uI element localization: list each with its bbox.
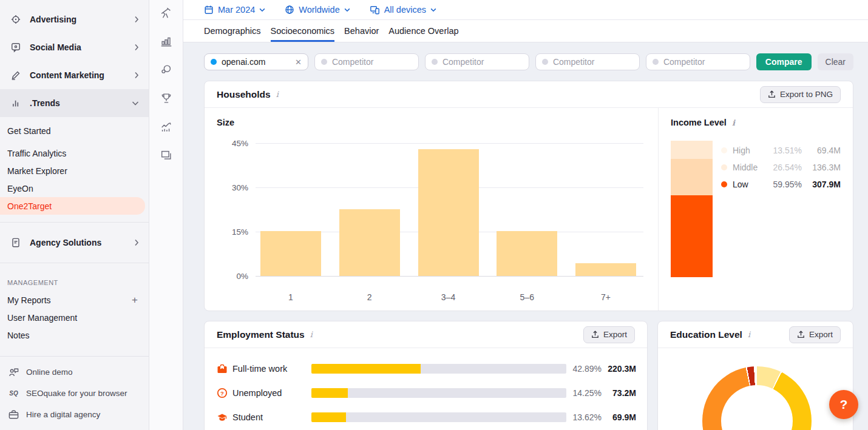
income-stacked-bar	[671, 141, 713, 277]
legend-row-high[interactable]: High 13.51% 69.4M	[721, 142, 841, 159]
employment-value: 73.2M	[602, 388, 636, 398]
sidebar-item-seoquake[interactable]: SQ SEOquake for your browser	[0, 383, 149, 404]
devices-icon	[370, 5, 380, 15]
chevron-right-icon	[134, 239, 139, 246]
export-icon	[591, 331, 599, 338]
sidebar-item-advertising[interactable]: Advertising	[0, 5, 149, 33]
employment-label: Student	[232, 412, 311, 422]
bottom-cards-row: Employment Status i Export Full-time wor…	[204, 321, 853, 430]
sidebar-item-user-management[interactable]: User Management	[0, 309, 149, 326]
competitor-input-3[interactable]	[553, 57, 633, 67]
income-level-title: Income Leveli	[671, 118, 841, 127]
x-tick: 7+	[575, 292, 636, 302]
management-section-title: MANAGEMENT	[0, 270, 149, 291]
sidebar-item-eyeon[interactable]: EyeOn	[0, 180, 149, 197]
sidebar-item-trends[interactable]: .Trends	[0, 89, 149, 117]
y-tick: 15%	[217, 227, 248, 237]
sidebar-item-agency-solutions[interactable]: Agency Solutions	[0, 230, 149, 255]
employment-status-card: Employment Status i Export Full-time wor…	[204, 321, 648, 430]
sidebar-item-content-marketing[interactable]: Content Marketing	[0, 61, 149, 89]
info-icon[interactable]: i	[748, 330, 750, 339]
employment-value: 220.3M	[602, 364, 636, 374]
sidebar-item-traffic-analytics[interactable]: Traffic Analytics	[0, 144, 149, 162]
tab-behavior[interactable]: Behavior	[344, 20, 379, 42]
size-bar[interactable]	[575, 263, 636, 276]
pencil-icon	[10, 69, 22, 81]
export-icon	[768, 90, 776, 98]
info-icon[interactable]: i	[732, 118, 735, 127]
sidebar-item-label: Content Marketing	[30, 70, 104, 80]
compare-button[interactable]: Compare	[756, 53, 812, 70]
seoquake-icon: SQ	[8, 388, 19, 399]
export-label: Export	[809, 330, 833, 339]
income-segment-high[interactable]	[671, 141, 713, 159]
household-size-chart: 45% 30% 15% 0%	[217, 143, 646, 285]
device-picker-value: All devices	[384, 5, 426, 15]
report-content: openai.com ✕ Compare Clear	[183, 42, 868, 430]
competitor-input-4[interactable]	[663, 57, 744, 67]
telescope-icon[interactable]	[160, 6, 173, 19]
windows-icon[interactable]	[160, 149, 173, 162]
sidebar-divider	[0, 263, 149, 263]
sidebar-item-affiliate[interactable]: Join our Affiliate Program	[0, 425, 149, 430]
briefcase-icon	[8, 409, 19, 420]
sidebar-item-market-explorer[interactable]: Market Explorer	[0, 162, 149, 180]
sidebar-item-online-demo[interactable]: Online demo	[0, 361, 149, 383]
trophy-icon[interactable]	[160, 92, 173, 105]
employment-percent: 14.25%	[566, 388, 602, 398]
size-bar[interactable]	[339, 209, 400, 276]
sidebar-item-hire-agency[interactable]: Hire a digital agency	[0, 404, 149, 425]
tab-audience-overlap[interactable]: Audience Overlap	[388, 20, 458, 42]
employment-label: Unemployed	[232, 388, 311, 398]
tab-socioeconomics[interactable]: Socioeconomics	[271, 20, 335, 42]
sidebar-item-label: Advertising	[30, 15, 76, 24]
employment-card-header: Employment Status i Export	[205, 321, 647, 348]
education-card-header: Education Level i Export	[658, 321, 853, 348]
sidebar-item-my-reports[interactable]: My Reports +	[0, 291, 149, 309]
help-button[interactable]: ?	[829, 390, 858, 419]
chevron-down-icon	[259, 8, 265, 12]
bar-chart-rail-icon[interactable]	[160, 35, 173, 48]
sidebar-item-label: My Reports	[7, 295, 51, 305]
employment-label: Full-time work	[232, 364, 311, 374]
add-report-icon[interactable]: +	[132, 295, 138, 305]
date-picker[interactable]: Mar 2024	[204, 5, 265, 15]
remove-domain-icon[interactable]: ✕	[295, 58, 302, 67]
bar-chart-icon	[10, 97, 22, 109]
sidebar-item-get-started[interactable]: Get Started	[0, 122, 149, 139]
employment-row-full-time[interactable]: Full-time work 42.89% 220.3M	[217, 357, 636, 381]
legend-percent: 13.51%	[767, 146, 802, 155]
chat-bubble-icon	[10, 41, 22, 53]
x-tick: 3–4	[418, 292, 479, 302]
employment-bar-fill	[311, 364, 421, 374]
location-picker[interactable]: Worldwide	[285, 5, 350, 15]
domain-chip[interactable]: openai.com ✕	[204, 53, 308, 70]
sidebar-item-one2target[interactable]: One2Target	[0, 197, 145, 215]
size-bar[interactable]	[497, 231, 557, 276]
export-png-button[interactable]: Export to PNG	[760, 86, 841, 103]
competitor-color-dot	[653, 59, 659, 65]
competitor-input-2[interactable]	[442, 57, 523, 67]
trend-line-icon[interactable]	[160, 120, 173, 133]
legend-row-low[interactable]: Low 59.95% 307.9M	[721, 176, 841, 193]
spiral-icon[interactable]	[160, 63, 173, 76]
device-picker[interactable]: All devices	[370, 5, 436, 15]
legend-value: 136.3M	[805, 163, 841, 172]
clear-button[interactable]: Clear	[818, 53, 853, 70]
info-icon[interactable]: i	[276, 90, 279, 99]
competitor-input-1[interactable]	[332, 57, 412, 67]
income-segment-low[interactable]	[671, 195, 713, 277]
income-segment-middle[interactable]	[671, 159, 713, 195]
legend-value: 307.9M	[805, 180, 841, 189]
size-bar[interactable]	[418, 149, 479, 276]
export-button[interactable]: Export	[583, 326, 635, 343]
tab-demographics[interactable]: Demographics	[204, 20, 261, 42]
export-button[interactable]: Export	[789, 326, 841, 343]
sidebar-item-notes[interactable]: Notes	[0, 326, 149, 344]
employment-row-student[interactable]: Student 13.62% 69.9M	[217, 405, 636, 429]
legend-row-middle[interactable]: Middle 26.54% 136.3M	[721, 159, 841, 176]
employment-row-unemployed[interactable]: ? Unemployed 14.25% 73.2M	[217, 381, 636, 405]
size-bar[interactable]	[260, 231, 321, 276]
sidebar-item-social-media[interactable]: Social Media	[0, 33, 149, 61]
info-icon[interactable]: i	[310, 330, 313, 339]
